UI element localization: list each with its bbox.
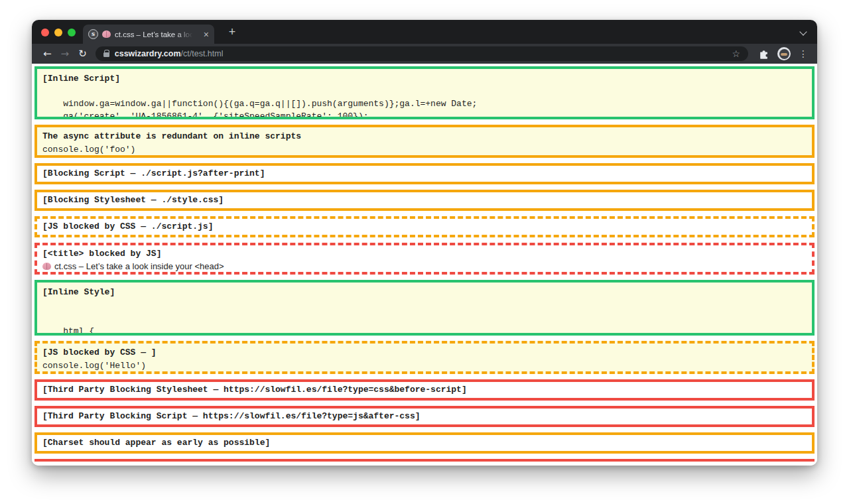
- zoom-window-button[interactable]: [68, 29, 76, 36]
- item-code-line: window.ga=window.ga||function(){(ga.q=ga…: [42, 97, 807, 110]
- head-item-blocking-script: [Blocking Script — ./script.js?after-pri…: [34, 163, 815, 184]
- head-item-title-blocked-by-js: [<title> blocked by JS] ct.css – Let’s t…: [34, 243, 815, 275]
- reload-button[interactable]: ↻: [78, 49, 87, 59]
- tab-title: ct.css – Let’s take a look inside your <…: [115, 31, 194, 38]
- head-item-blocking-stylesheet: [Blocking Stylesheet — ./style.css]: [34, 190, 815, 211]
- document-title-text: ct.css – Let’s take a look inside your <…: [54, 260, 224, 273]
- bookmark-star-icon[interactable]: ☆: [732, 48, 740, 59]
- forward-button[interactable]: →: [61, 49, 70, 59]
- head-item-js-blocked-by-css: [JS blocked by CSS — ./script.js]: [34, 216, 815, 237]
- item-label: [Third Party Blocking Stylesheet — https…: [42, 383, 807, 396]
- browser-window: s ct.css – Let’s take a look inside your…: [32, 20, 817, 466]
- chevron-down-icon[interactable]: [801, 29, 807, 35]
- brain-emoji-icon: [102, 31, 111, 38]
- blank-line: [42, 85, 807, 97]
- item-code-line: console.log('Hello'): [42, 359, 807, 373]
- new-tab-button[interactable]: +: [224, 24, 240, 40]
- item-code-line: console.log('foo'): [42, 143, 807, 157]
- close-window-button[interactable]: [41, 29, 49, 36]
- screenshot: s ct.css – Let’s take a look inside your…: [0, 0, 849, 504]
- head-item-inline-style: [Inline Style] html {: [34, 280, 815, 336]
- page-content: [Inline Script] window.ga=window.ga||fun…: [32, 64, 817, 466]
- tab-ct-css[interactable]: s ct.css – Let’s take a look inside your…: [83, 25, 214, 44]
- head-item-js-blocked-by-css-inline: [JS blocked by CSS — ] console.log('Hell…: [34, 341, 815, 374]
- extensions-puzzle-icon[interactable]: [759, 48, 769, 59]
- item-code-line: html {: [42, 325, 807, 336]
- item-label: [Third Party Blocking Script — https://s…: [42, 410, 807, 422]
- profile-avatar[interactable]: [777, 47, 791, 60]
- navigation-bar: ← → ↻ csswizardry.com/ct/test.html ☆ ⋮: [32, 44, 817, 64]
- lock-icon[interactable]: [103, 52, 109, 57]
- brain-emoji-icon: [42, 263, 51, 270]
- head-item-async-warning: The async attribute is redundant on inli…: [34, 125, 815, 158]
- minimize-window-button[interactable]: [54, 29, 62, 36]
- address-bar[interactable]: csswizardry.com/ct/test.html ☆: [96, 46, 748, 61]
- url-path: /ct/test.html: [181, 49, 224, 58]
- item-label: [Blocking Stylesheet — ./style.css]: [42, 194, 807, 206]
- tab-strip: s ct.css – Let’s take a look inside your…: [32, 20, 817, 44]
- item-label: [<title> blocked by JS]: [42, 247, 807, 260]
- clipped-next-box-border: [34, 459, 815, 462]
- url-text: csswizardry.com/ct/test.html: [115, 49, 224, 58]
- url-domain: csswizardry.com: [115, 49, 181, 58]
- blank-line: [42, 298, 807, 325]
- site-favicon-icon: s: [88, 29, 98, 39]
- head-item-third-party-script: [Third Party Blocking Script — https://s…: [34, 406, 815, 427]
- item-label: [Inline Style]: [42, 286, 807, 298]
- item-label: The async attribute is redundant on inli…: [42, 130, 807, 143]
- head-item-charset-warning: [Charset should appear as early as possi…: [34, 432, 815, 454]
- item-label: [Inline Script]: [42, 72, 807, 85]
- item-label: [Blocking Script — ./script.js?after-pri…: [42, 167, 807, 180]
- item-label: [JS blocked by CSS — ./script.js]: [42, 220, 807, 233]
- item-label: [JS blocked by CSS — ]: [42, 346, 807, 359]
- document-title-line: ct.css – Let’s take a look inside your <…: [42, 260, 807, 273]
- menu-dots-icon[interactable]: ⋮: [799, 48, 808, 59]
- item-label: [Charset should appear as early as possi…: [42, 436, 807, 449]
- tab-close-icon[interactable]: ×: [204, 30, 209, 39]
- item-code-line: ga('create', 'UA-1856861-4', {'siteSpeed…: [42, 110, 807, 119]
- head-item-inline-script: [Inline Script] window.ga=window.ga||fun…: [34, 66, 815, 119]
- back-button[interactable]: ←: [43, 49, 52, 59]
- head-item-third-party-stylesheet: [Third Party Blocking Stylesheet — https…: [34, 379, 815, 401]
